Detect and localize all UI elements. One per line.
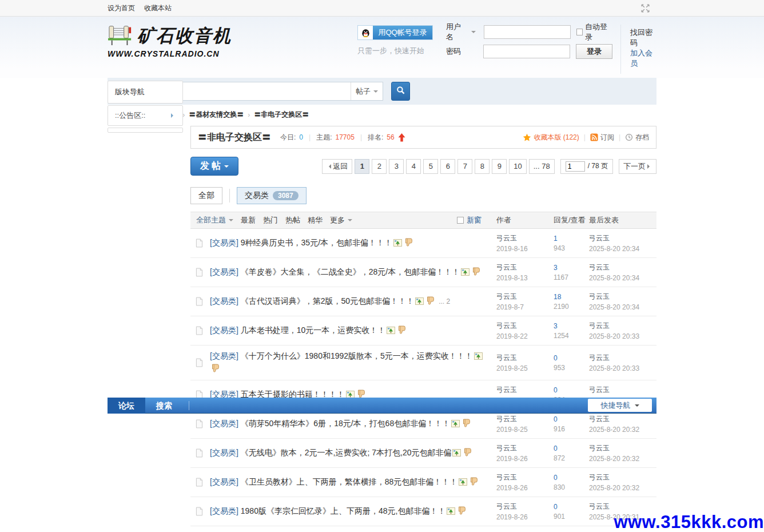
filter-digest[interactable]: 精华 [308,215,323,225]
thread-title-link[interactable]: 《古代汉语词典》，第2版，50元包邮非偏！！！ [241,296,414,305]
lastpost-author-link[interactable]: 弓云玉 [589,234,610,242]
thread-title-link[interactable]: 《十万个为什么》1980和1992版散本，5元一本，运费实收！！！ [241,351,473,360]
thread-category-link[interactable]: [交易类] [210,325,238,335]
thread-title-link[interactable]: 《羊皮卷》大全集，《二战全史》，28元/本，包邮非偏！！！ [241,267,460,276]
thread-category-link[interactable]: [交易类] [210,477,238,486]
page-jump-input[interactable] [566,161,585,172]
next-page-button[interactable]: 下一页 [619,159,656,174]
thread-category-link[interactable]: [交易类] [210,238,238,247]
thread-reply-count[interactable]: 1 [554,235,558,243]
find-password-link[interactable]: 找回密码 [630,27,656,48]
lastpost-author-link[interactable]: 弓云玉 [589,415,610,423]
thread-title-link[interactable]: 几本老书处理，10元一本，运费实收！！ [241,325,386,335]
lastpost-author-link[interactable]: 弓云玉 [589,354,610,362]
password-input[interactable] [483,45,570,58]
thread-category-link[interactable]: [交易类] [210,351,238,360]
thread-reply-count[interactable]: 0 [554,444,558,452]
auto-login-checkbox[interactable] [576,29,583,35]
lastpost-author-link[interactable]: 弓云玉 [589,263,610,271]
thread-author-link[interactable]: 弓云玉 [496,386,517,394]
thread-category-link[interactable]: [交易类] [210,506,238,515]
breadcrumb-current-board[interactable]: 〓非电子交换区〓 [254,110,309,120]
page-button-7[interactable]: 7 [457,159,472,174]
tab-all[interactable]: 全部 [190,187,222,204]
thread-category-link[interactable]: [交易类] [210,267,238,276]
thread-title-link[interactable]: 《无线电》散本，2元一本,运费实收; 7本打包,20元包邮非偏 [241,448,452,457]
filter-latest[interactable]: 最新 [241,215,256,225]
thread-reply-count[interactable]: 3 [554,264,558,272]
thread-author-link[interactable]: 弓云玉 [496,263,517,271]
page-button-9[interactable]: 9 [492,159,507,174]
filter-hot-posts[interactable]: 热帖 [285,215,300,225]
page-button-6[interactable]: 6 [440,159,455,174]
thread-reply-count[interactable]: 0 [554,354,558,362]
thread-author-link[interactable]: 弓云玉 [496,292,517,300]
subscribe-link[interactable]: 订阅 [590,133,614,142]
thread-reply-count[interactable]: 0 [554,386,558,394]
thread-author-link[interactable]: 弓云玉 [496,321,517,329]
qq-login-button[interactable]: 用QQ帐号登录 [357,25,433,40]
page-button-2[interactable]: 2 [372,159,387,174]
lastpost-date-link[interactable]: 2025-8-20 20:32 [589,484,656,492]
new-post-button[interactable]: 发帖 [190,157,238,176]
lastpost-author-link[interactable]: 弓云玉 [589,502,610,510]
search-type-select[interactable]: 帖子 [351,82,383,100]
page-button-4[interactable]: 4 [406,159,421,174]
page-button-1[interactable]: 1 [355,159,369,174]
page-button-5[interactable]: 5 [423,159,438,174]
breadcrumb-parent-board[interactable]: 〓器材友情交换〓 [189,110,244,120]
filter-hot[interactable]: 热门 [263,215,278,225]
join-member-link[interactable]: 加入会员 [630,48,656,69]
thread-author-link[interactable]: 弓云玉 [496,444,517,452]
thread-title-link[interactable]: 《卫生员教材》上、下两册，繁体横排，88元包邮非偏！！！ [241,477,458,486]
thread-title-link[interactable]: 1980版《李宗仁回忆录》上、下两册，48元,包邮非偏！！ [241,506,446,515]
bookmark-site-link[interactable]: 收藏本站 [144,3,172,13]
thread-author-link[interactable]: 弓云玉 [496,234,517,242]
lastpost-date-link[interactable]: 2025-8-20 20:32 [589,455,656,463]
thread-author-link[interactable]: 弓云玉 [496,502,517,510]
lastpost-author-link[interactable]: 弓云玉 [589,473,610,481]
thread-author-link[interactable]: 弓云玉 [496,354,517,362]
lastpost-date-link[interactable]: 2025-8-20 20:32 [589,426,656,434]
set-home-link[interactable]: 设为首页 [108,3,135,13]
all-topics-dropdown[interactable]: 全部主题 [196,215,233,225]
sidebar-item-announcement[interactable]: ::公告区:: [108,106,182,125]
thread-reply-count[interactable]: 3 [554,322,558,330]
page-button-8[interactable]: 8 [475,159,490,174]
lastpost-date-link[interactable]: 2025-8-20 20:33 [589,364,656,372]
thread-author-link[interactable]: 弓云玉 [496,473,517,481]
filter-more-dropdown[interactable]: 更多 [330,215,352,225]
fullscreen-icon[interactable] [641,4,650,13]
lastpost-author-link[interactable]: 弓云玉 [589,386,610,394]
lastpost-author-link[interactable]: 弓云玉 [589,292,610,300]
login-button[interactable]: 登录 [576,44,612,59]
thread-title-link[interactable]: 《萌芽50年精华本》6册，18元/本，打包68包邮非偏！！！ [241,419,450,428]
lastpost-date-link[interactable]: 2025-8-20 20:34 [589,303,656,311]
new-window-checkbox[interactable] [457,217,464,224]
thread-title-link[interactable]: 9种经典历史书，35元/本，包邮非偏！！！ [241,238,392,247]
username-dropdown-icon[interactable] [471,31,476,35]
last-pages-button[interactable]: ... 78 [529,159,555,174]
thread-category-link[interactable]: [交易类] [210,296,238,305]
favorite-board-link[interactable]: 收藏本版 (122) [523,133,579,142]
lastpost-date-link[interactable]: 2025-8-20 20:33 [589,332,656,340]
page-button-3[interactable]: 3 [389,159,404,174]
quick-nav-button[interactable]: 快捷导航 [588,399,652,412]
thread-reply-count[interactable]: 18 [554,293,561,301]
tab-trade[interactable]: 交易类 3087 [237,187,307,204]
thread-category-link[interactable]: [交易类] [210,419,238,428]
thread-author-link[interactable]: 弓云玉 [496,415,517,423]
username-input[interactable] [484,25,571,39]
archive-link[interactable]: 存档 [625,133,649,142]
thread-category-link[interactable]: [交易类] [210,448,238,457]
bottom-nav-search-tab[interactable]: 搜索 [145,398,183,414]
thread-reply-count[interactable]: 0 [554,415,558,423]
site-logo[interactable]: 矿石收音机 WWW.CRYSTALRADIO.CN [108,22,232,58]
lastpost-date-link[interactable]: 2025-8-20 20:34 [589,245,656,253]
search-button[interactable] [391,82,410,101]
page-button-10[interactable]: 10 [509,159,526,174]
thread-reply-count[interactable]: 0 [554,503,558,511]
lastpost-date-link[interactable]: 2025-8-20 20:34 [589,274,656,282]
back-button[interactable]: 返回 [322,159,352,174]
thread-pages-indicator[interactable]: ... 2 [439,297,450,305]
